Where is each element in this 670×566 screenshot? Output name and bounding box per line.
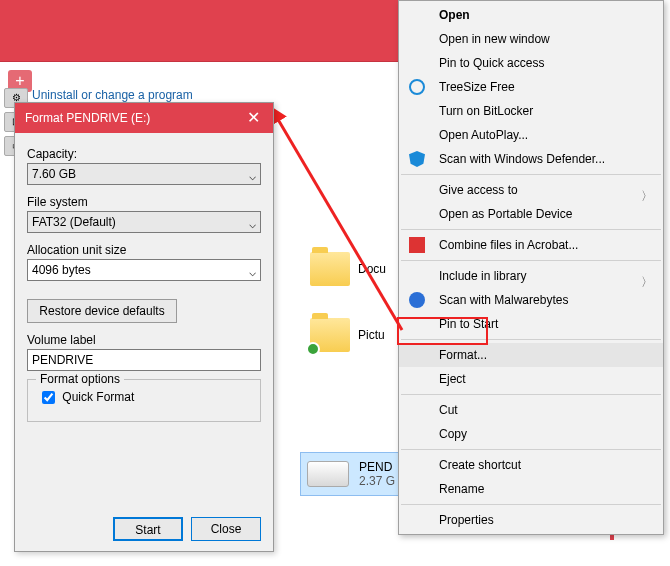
menu-defender[interactable]: Scan with Windows Defender... <box>399 147 663 171</box>
quick-format-input[interactable] <box>42 391 55 404</box>
format-options-group: Format options Quick Format <box>27 379 261 422</box>
volume-label-label: Volume label <box>27 333 261 347</box>
menu-separator <box>401 339 661 340</box>
start-button[interactable]: Start <box>113 517 183 541</box>
filesystem-label: File system <box>27 195 261 209</box>
menu-separator <box>401 229 661 230</box>
shield-icon <box>409 151 425 167</box>
close-button[interactable]: ✕ <box>233 103 273 133</box>
context-menu: Open Open in new window Pin to Quick acc… <box>398 0 664 535</box>
menu-pin-start[interactable]: Pin to Start <box>399 312 663 336</box>
menu-acrobat[interactable]: Combine files in Acrobat... <box>399 233 663 257</box>
menu-treesize[interactable]: TreeSize Free <box>399 75 663 99</box>
folder-pictures[interactable]: Pictu <box>310 318 385 352</box>
menu-pin-quick-access[interactable]: Pin to Quick access <box>399 51 663 75</box>
menu-include-library[interactable]: Include in library〉 <box>399 264 663 288</box>
usb-drive-icon <box>307 461 349 487</box>
menu-rename[interactable]: Rename <box>399 477 663 501</box>
menu-format[interactable]: Format... <box>399 343 663 367</box>
menu-properties[interactable]: Properties <box>399 508 663 532</box>
menu-create-shortcut[interactable]: Create shortcut <box>399 453 663 477</box>
capacity-select[interactable]: 7.60 GB <box>27 163 261 185</box>
folder-label: Pictu <box>358 328 385 342</box>
treesize-icon <box>409 79 425 95</box>
drive-name: PEND <box>359 460 395 474</box>
allocation-label: Allocation unit size <box>27 243 261 257</box>
menu-cut[interactable]: Cut <box>399 398 663 422</box>
folder-label: Docu <box>358 262 386 276</box>
menu-separator <box>401 504 661 505</box>
menu-bitlocker[interactable]: Turn on BitLocker <box>399 99 663 123</box>
share-badge-icon <box>306 342 320 356</box>
svg-line-0 <box>276 116 402 330</box>
menu-portable-device[interactable]: Open as Portable Device <box>399 202 663 226</box>
filesystem-select[interactable]: FAT32 (Default) <box>27 211 261 233</box>
menu-separator <box>401 260 661 261</box>
format-options-legend: Format options <box>36 372 124 386</box>
allocation-select[interactable]: 4096 bytes <box>27 259 261 281</box>
uninstall-link[interactable]: Uninstall or change a program <box>32 88 193 102</box>
quick-format-checkbox[interactable]: Quick Format <box>38 390 134 404</box>
dialog-title: Format PENDRIVE (E:) <box>25 111 150 125</box>
menu-open[interactable]: Open <box>399 3 663 27</box>
folder-documents[interactable]: Docu <box>310 252 386 286</box>
quick-format-label: Quick Format <box>62 390 134 404</box>
menu-open-new-window[interactable]: Open in new window <box>399 27 663 51</box>
folder-icon <box>310 252 350 286</box>
menu-give-access[interactable]: Give access to〉 <box>399 178 663 202</box>
drive-subtext: 2.37 G <box>359 474 395 488</box>
menu-malwarebytes[interactable]: Scan with Malwarebytes <box>399 288 663 312</box>
restore-defaults-button[interactable]: Restore device defaults <box>27 299 177 323</box>
capacity-label: Capacity: <box>27 147 261 161</box>
menu-separator <box>401 394 661 395</box>
menu-copy[interactable]: Copy <box>399 422 663 446</box>
menu-separator <box>401 174 661 175</box>
close-dialog-button[interactable]: Close <box>191 517 261 541</box>
menu-separator <box>401 449 661 450</box>
pdf-icon <box>409 237 425 253</box>
volume-label-input[interactable] <box>27 349 261 371</box>
malwarebytes-icon <box>409 292 425 308</box>
dialog-titlebar: Format PENDRIVE (E:) ✕ <box>15 103 273 133</box>
folder-icon <box>310 318 350 352</box>
menu-eject[interactable]: Eject <box>399 367 663 391</box>
format-dialog: Format PENDRIVE (E:) ✕ Capacity: 7.60 GB… <box>14 102 274 552</box>
menu-autoplay[interactable]: Open AutoPlay... <box>399 123 663 147</box>
